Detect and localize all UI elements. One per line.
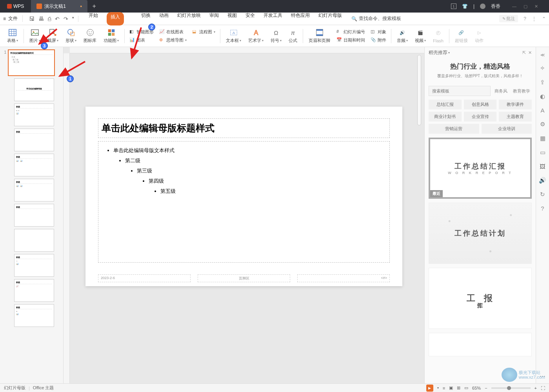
save-icon[interactable]: 🖫 bbox=[29, 16, 35, 22]
print-preview-icon[interactable]: ⎙ bbox=[48, 16, 51, 22]
redo-icon[interactable]: ↷ bbox=[64, 16, 68, 22]
picture-icon[interactable]: 🖼 bbox=[540, 163, 545, 170]
print-icon[interactable]: 🖶 bbox=[38, 16, 44, 22]
help-strip-icon[interactable]: ? bbox=[541, 205, 544, 212]
audio[interactable]: 🔊音频▾ bbox=[394, 28, 411, 44]
zoom-in-icon[interactable]: + bbox=[534, 386, 537, 390]
tab-start[interactable]: 开始 bbox=[89, 12, 98, 25]
theme-icon[interactable]: ◐ bbox=[540, 93, 545, 100]
minimize-icon[interactable]: — bbox=[512, 4, 516, 9]
command-search[interactable]: 🔍 查找命令、搜索模板 bbox=[351, 15, 401, 22]
user-avatar-icon[interactable] bbox=[480, 4, 485, 9]
equation[interactable]: π公式 bbox=[285, 28, 300, 44]
tab-animation[interactable]: 动画 bbox=[159, 12, 169, 25]
zoom-slider[interactable] bbox=[491, 387, 531, 389]
sorter-view-icon[interactable]: ⊞ bbox=[457, 385, 460, 390]
more-icon[interactable]: ⋮ bbox=[532, 16, 536, 22]
note-view-icon[interactable]: ≡ bbox=[443, 386, 445, 390]
zoom-value[interactable]: 65% bbox=[472, 386, 481, 390]
tab-slideshow[interactable]: 幻灯片放映 bbox=[177, 12, 201, 25]
attachment[interactable]: 📎附件 bbox=[371, 36, 386, 44]
layout-thumb[interactable]: 标题📊📊 bbox=[14, 154, 54, 176]
title-placeholder[interactable]: 单击此处编辑母版标题样式 bbox=[98, 118, 390, 138]
quick-tag[interactable]: 教育教学 bbox=[511, 86, 532, 96]
body-placeholder[interactable]: 单击此处编辑母版文本样式 第二级 第三级 第四级 第五级 bbox=[98, 141, 390, 263]
layout-thumb[interactable]: 标题▪▪📊 bbox=[14, 304, 54, 327]
layout-thumb[interactable]: 标题▪▪ ▪▪📊 bbox=[14, 103, 54, 126]
header-footer[interactable]: 页眉和页脚 bbox=[305, 28, 333, 44]
layout-thumb[interactable]: 标题📈 bbox=[14, 279, 54, 302]
thumbnail-panel[interactable]: 1 单击此处编辑母版标题样式 · 文本 · 第二级 · 第三级 单击此处编辑母版… bbox=[0, 47, 64, 383]
slide-master[interactable]: 单击此处编辑母版标题样式 单击此处编辑母版文本样式 第二级 第三级 第四级 第五… bbox=[85, 107, 402, 286]
annotate-button[interactable]: ✎ 批注 bbox=[499, 15, 518, 22]
close-window-icon[interactable]: ✕ bbox=[534, 4, 538, 9]
qat-dropdown-icon[interactable]: ▾ bbox=[72, 16, 74, 22]
tag-item[interactable]: 创意风格 bbox=[464, 100, 497, 109]
diamond-icon[interactable]: ✧ bbox=[540, 65, 545, 72]
undo-icon[interactable]: ↶ bbox=[55, 16, 60, 22]
new-tab-button[interactable]: + bbox=[87, 3, 100, 10]
layout-thumb[interactable]: 标题📊📊 bbox=[14, 179, 54, 201]
tab-close-icon[interactable]: ● bbox=[80, 4, 82, 8]
template-card[interactable]: 工 作汇 报 bbox=[429, 268, 532, 329]
font-icon[interactable]: A bbox=[540, 107, 544, 114]
hamburger-icon[interactable]: ≡ bbox=[3, 16, 6, 22]
wordart[interactable]: A艺术字▾ bbox=[245, 28, 267, 44]
tag-item[interactable]: 主题教育 bbox=[499, 112, 532, 122]
slide-number[interactable]: #幻灯片编号 bbox=[336, 28, 365, 35]
online-chart[interactable]: 📈在线图表 bbox=[159, 28, 187, 35]
zoom-out-icon[interactable]: − bbox=[485, 386, 487, 390]
symbol[interactable]: Ω符号▾ bbox=[267, 28, 285, 44]
maximize-icon[interactable]: ▢ bbox=[524, 4, 527, 9]
panel-close-icon[interactable]: ✕ bbox=[528, 50, 532, 55]
layout-thumb[interactable]: 标题 bbox=[14, 204, 54, 227]
history-icon[interactable]: ↻ bbox=[540, 191, 545, 198]
export-icon[interactable]: ⇪ bbox=[540, 79, 545, 86]
insert-chart[interactable]: 📊图表 bbox=[129, 36, 154, 44]
reading-view-icon[interactable]: ▭ bbox=[464, 385, 468, 390]
tab-insert[interactable]: 插入 bbox=[107, 12, 124, 25]
template-card[interactable]: 工作总结计划 bbox=[429, 203, 532, 264]
wps-logo[interactable]: WPS bbox=[0, 4, 31, 9]
insert-object[interactable]: ◫对象 bbox=[371, 28, 386, 35]
template-search-input[interactable] bbox=[429, 86, 491, 96]
flowchart[interactable]: ⬓流程图▾ bbox=[192, 28, 215, 35]
date-placeholder[interactable]: 2023-2-6 bbox=[98, 274, 191, 282]
layout-thumb[interactable]: 标题▫▫📊 bbox=[14, 254, 54, 277]
normal-view-icon[interactable]: ▣ bbox=[449, 385, 453, 390]
layout-thumb[interactable]: 单击此处编辑母版 bbox=[14, 78, 54, 101]
tag-item[interactable]: 营销运营 bbox=[429, 124, 479, 134]
quick-tag[interactable]: 商务风 bbox=[493, 86, 509, 96]
archive-icon[interactable]: ▭ bbox=[540, 149, 545, 156]
user-name[interactable]: 香香 bbox=[491, 3, 500, 10]
tab-developer[interactable]: 开发工具 bbox=[264, 12, 282, 25]
help-icon[interactable]: ? bbox=[524, 16, 526, 22]
file-menu[interactable]: ≡ 文件 bbox=[3, 15, 23, 22]
tab-review[interactable]: 审阅 bbox=[209, 12, 219, 25]
settings-icon[interactable]: ⚙ bbox=[540, 121, 545, 128]
play-button[interactable]: ▶ bbox=[426, 385, 433, 392]
slide-canvas[interactable]: 单击此处编辑母版标题样式 单击此处编辑母版文本样式 第二级 第三级 第四级 第五… bbox=[64, 47, 424, 383]
video[interactable]: 🎬视频▾ bbox=[412, 28, 429, 44]
panel-restore-icon[interactable]: ⇱ bbox=[522, 50, 526, 55]
flash[interactable]: ⒻFlash bbox=[430, 29, 447, 43]
document-tab[interactable]: 演示文稿1 ● bbox=[31, 0, 87, 13]
tab-security[interactable]: 安全 bbox=[245, 12, 255, 25]
pagenum-placeholder[interactable]: <#> bbox=[297, 274, 390, 282]
template-card[interactable]: 工作总结汇报 W O R K R E P O R T 最近 bbox=[429, 138, 532, 199]
zoom-scrollbar[interactable] bbox=[417, 55, 421, 125]
insert-image[interactable]: 图片▾ bbox=[26, 28, 44, 44]
tag-item[interactable]: 教学课件 bbox=[499, 100, 532, 109]
fit-window-icon[interactable]: ⛶ bbox=[541, 386, 545, 390]
apparel-icon[interactable]: 👕 bbox=[462, 4, 468, 9]
status-view-master[interactable]: 幻灯片母版 bbox=[4, 385, 25, 391]
layout-thumb[interactable]: 标题 bbox=[14, 129, 54, 151]
textbox[interactable]: A文本框▾ bbox=[223, 28, 244, 44]
tag-item[interactable]: 商业计划书 bbox=[429, 112, 462, 122]
tag-item[interactable]: 总结汇报 bbox=[429, 100, 462, 109]
tag-item[interactable]: 企业宣传 bbox=[464, 112, 497, 122]
collapse-panel-icon[interactable]: ≪ bbox=[540, 53, 545, 58]
tab-view[interactable]: 视图 bbox=[227, 12, 237, 25]
mindmap[interactable]: ⊛思维导图▾ bbox=[159, 36, 187, 44]
func-chart[interactable]: 功能图▾ bbox=[100, 28, 122, 44]
